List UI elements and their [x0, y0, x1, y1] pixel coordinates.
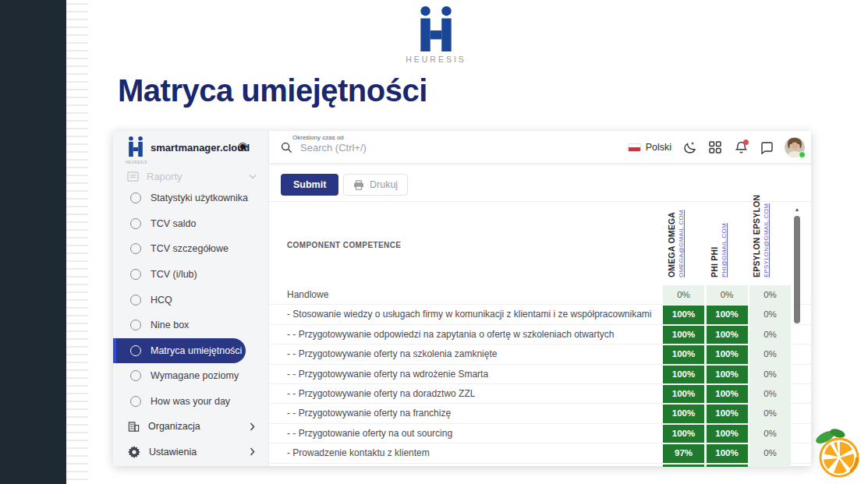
score-cell: 100%: [707, 425, 748, 443]
score-cell: 100%: [707, 385, 748, 403]
heuresis-logo: HEURESIS: [402, 6, 469, 64]
messages-button[interactable]: [759, 140, 774, 155]
competence-label: - Stosowanie wiedzy o usługach firmy w k…: [287, 305, 652, 324]
person-email-link[interactable]: OMEGA@GMAIL.COM: [677, 192, 686, 277]
competence-label: - - Przygotowywanie odpowiedzi na zapyta…: [287, 325, 615, 344]
score-cell: [663, 465, 704, 467]
sidebar-item[interactable]: Nine box: [113, 313, 269, 338]
matrix-rows: Handlowe 0% 0% 0% - Stosowanie wiedzy o …: [269, 285, 811, 467]
competence-label: - - Przygotowywanie oferty na franchizę: [287, 404, 451, 423]
score-cell: 100%: [663, 425, 704, 443]
sidebar-item-ustawienia[interactable]: Ustawienia: [113, 440, 269, 465]
apps-button[interactable]: [707, 140, 723, 155]
sidebar-item-organizacja[interactable]: Organizacja: [113, 414, 269, 440]
chevron-down-icon: [249, 174, 257, 179]
dark-mode-button[interactable]: [682, 140, 697, 155]
competence-label: - Prowadzenie kontaktu z klientem: [287, 443, 430, 463]
search-bar[interactable]: [281, 141, 450, 154]
scrollbar-thumb[interactable]: [794, 216, 800, 323]
score-cell: 0%: [749, 424, 791, 443]
sidebar-item-label: TCV saldo: [151, 218, 196, 229]
sidebar-item-label: Statystyki użytkownika: [151, 193, 248, 203]
app-sidebar: HEURESIS smartmanager.cloud ◉ Raporty St…: [113, 131, 269, 466]
sidebar-item[interactable]: Matryca umiejętności: [113, 338, 246, 364]
sidebar-item-label: Organizacja: [148, 421, 241, 432]
sidebar-item[interactable]: How was your day: [113, 389, 269, 415]
sidebar-item[interactable]: TCV szczegółowe: [113, 236, 269, 262]
building-icon: [128, 421, 140, 433]
printer-icon: [353, 180, 364, 190]
sidebar-menu: Statystyki użytkownika TCV saldo TCV szc…: [113, 185, 269, 414]
radio-circle-icon: [130, 243, 141, 254]
score-cell: 100%: [663, 345, 704, 363]
online-status-dot: [799, 151, 806, 158]
score-cell: 0%: [749, 285, 791, 305]
score-cell: 97%: [663, 444, 704, 462]
score-cell: 100%: [663, 366, 704, 383]
sidebar-item[interactable]: HCQ: [113, 287, 269, 313]
sidebar-item-label: Matryca umiejętności: [151, 345, 242, 356]
competence-label: - - Przygotowanie oferty na out sourcing: [287, 424, 452, 443]
table-scrollbar[interactable]: ▲: [793, 207, 801, 331]
radio-circle-icon: [130, 320, 141, 330]
sidebar-item[interactable]: TCV saldo: [113, 211, 269, 237]
language-label: Polski: [646, 142, 671, 153]
radio-circle-icon: [130, 193, 141, 203]
list-icon: [127, 171, 139, 182]
score-cell: 0%: [749, 305, 791, 324]
table-row: [269, 464, 811, 467]
brand-logo-icon: [128, 136, 143, 157]
chat-icon: [760, 141, 774, 154]
notifications-button[interactable]: [733, 140, 749, 155]
person-name: PHI PHI: [709, 192, 720, 277]
presentation-slide: HEURESIS Matryca umiejętności HEURESIS s…: [0, 0, 868, 484]
competence-matrix-table: COMPONENT COMPETENCE OMEGA OMEGA OMEGA@G…: [269, 201, 811, 467]
chevron-right-icon: [250, 447, 255, 456]
submit-button[interactable]: Submit: [281, 174, 338, 196]
radio-circle-icon: [130, 370, 141, 381]
score-cell: 100%: [707, 306, 748, 323]
table-row: - Prowadzenie kontaktu z klientem 97% 10…: [269, 443, 811, 463]
orange-slice-icon: [810, 425, 863, 479]
score-cell: 0%: [749, 404, 791, 423]
score-cell: 0%: [749, 325, 791, 344]
user-avatar[interactable]: [785, 137, 805, 157]
score-cell: 100%: [707, 326, 748, 344]
sidebar-item[interactable]: TCV (i/lub): [113, 262, 269, 288]
score-cell: 100%: [663, 326, 704, 344]
print-button[interactable]: Drukuj: [343, 174, 408, 196]
table-row: - - Przygotowywanie oferty na franchizę …: [269, 404, 811, 423]
table-row: - - Przygotowywanie oferty na szkolenia …: [269, 344, 811, 364]
score-cell: 100%: [707, 444, 748, 462]
table-row: - - Przygotowanie oferty na out sourcing…: [269, 424, 811, 443]
slide-stripe-decoration: [66, 0, 88, 484]
search-input[interactable]: [299, 141, 450, 154]
app-window: HEURESIS smartmanager.cloud ◉ Raporty St…: [113, 131, 811, 466]
gear-icon: [128, 446, 140, 458]
score-cell: 0%: [663, 285, 704, 305]
competence-label: Handlowe: [287, 285, 328, 305]
sidebar-footer: Organizacja Ustawienia: [113, 414, 269, 465]
person-column-header: OMEGA OMEGA OMEGA@GMAIL.COM: [666, 202, 689, 277]
brand-name: smartmanager.cloud: [151, 142, 250, 154]
people-headers: OMEGA OMEGA OMEGA@GMAIL.COM PHI PHI PHI@…: [269, 202, 811, 277]
orange-fruit-graphic: [810, 425, 863, 482]
radio-circle-icon: [130, 345, 141, 356]
score-cell: [707, 465, 748, 467]
sidebar-item[interactable]: Statystyki użytkownika: [113, 185, 269, 211]
record-icon[interactable]: ◉: [238, 140, 247, 152]
notification-badge: [743, 140, 749, 145]
scroll-up-icon[interactable]: ▲: [793, 207, 801, 213]
radio-circle-icon: [130, 396, 141, 407]
person-email-link[interactable]: PHI@GMAIL.COM: [720, 192, 728, 277]
sidebar-item[interactable]: Wymagane poziomy: [113, 363, 269, 389]
sidebar-section-raporty[interactable]: Raporty: [113, 166, 269, 186]
language-selector[interactable]: Polski: [628, 142, 671, 153]
date-field-label: Określony czas od: [292, 134, 344, 141]
score-cell: [749, 464, 791, 467]
score-cell: 0%: [749, 384, 791, 404]
table-row: - - Przygotowywanie oferty na wdrożenie …: [269, 365, 811, 384]
person-email-link[interactable]: EPSYLON@GMAIL.COM: [762, 192, 771, 277]
grid-icon: [709, 141, 721, 154]
radio-circle-icon: [130, 218, 141, 229]
